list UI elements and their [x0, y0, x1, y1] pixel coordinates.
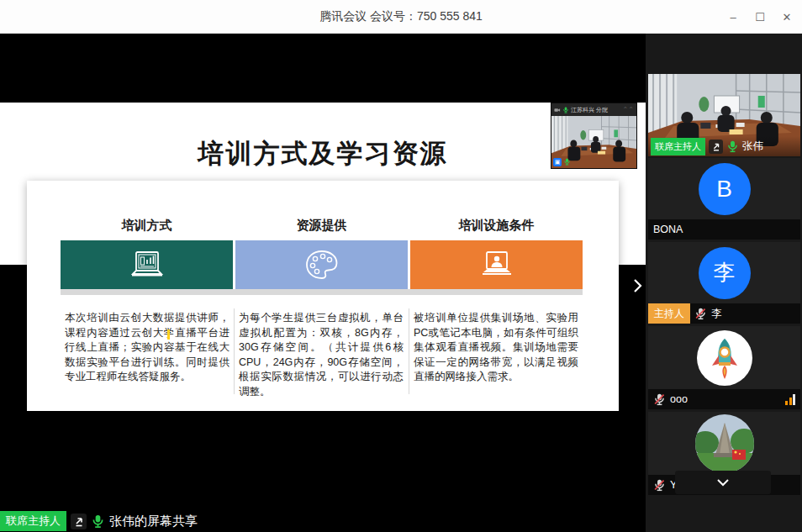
mic-muted-icon [653, 478, 666, 492]
sharing-status-bar: 联席主持人 张伟的屏幕共享 [0, 510, 198, 532]
column-divider [234, 308, 235, 394]
thumbnail-caption: 江苏科兴 分院 [571, 106, 621, 114]
bar-shadow-strip [61, 289, 583, 295]
photo-avatar [695, 414, 754, 473]
minimize-button[interactable]: – [720, 0, 747, 34]
column-header-2: 资源提供 [235, 218, 408, 234]
floating-video-thumbnail[interactable]: 江苏科兴 分院 ⌃⌃ ▣ [551, 103, 637, 169]
avatar-zone: 李 [648, 242, 800, 303]
participant-name: ooo [670, 393, 688, 405]
slide-title: 培训方式及学习资源 [0, 136, 646, 171]
text-cursor [167, 329, 170, 340]
cohost-badge: 联席主持人 [0, 511, 66, 531]
participant-name: 张伟 [742, 140, 763, 154]
participant-sidebar: 联席主持人 张伟 B BONA 李 主持人 [646, 34, 802, 532]
column-divider [409, 308, 409, 394]
collapse-panel-button[interactable] [675, 471, 771, 494]
avatar-zone [648, 412, 800, 475]
screen-share-icon [71, 514, 87, 529]
participant-info-row: BONA [648, 219, 800, 240]
laptop-user-icon [479, 250, 514, 280]
column-bar-2 [235, 240, 408, 289]
column-header-3: 培训设施条件 [410, 218, 583, 234]
participant-info-row: ooo [648, 389, 800, 409]
tencent-meeting-window: 腾讯会议 会议号：750 555 841 – ☐ ✕ 培训方式及学习资源 培训方… [0, 0, 802, 532]
participant-name: 李 [711, 307, 722, 321]
mic-muted-icon [653, 392, 666, 407]
thumbnail-video: ▣ [551, 116, 636, 168]
avatar-zone [648, 326, 800, 389]
mic-on-icon [91, 514, 105, 529]
maximize-button[interactable]: ☐ [747, 0, 773, 34]
window-controls: – ☐ ✕ [720, 0, 800, 34]
column-text-3: 被培训单位提供集训场地、实验用PC或笔记本电脑，如有条件可组织集体观看直播视频。… [414, 311, 578, 385]
camera-icon [554, 106, 561, 114]
avatar-zone: B [648, 158, 800, 219]
avatar: B [699, 163, 751, 215]
cohost-badge: 联席主持人 [651, 138, 705, 155]
window-title: 腾讯会议 会议号：750 555 841 [319, 9, 483, 24]
participant-tile-zhangwei[interactable]: 联席主持人 张伟 [648, 74, 800, 156]
thumbnail-badges: ▣ [553, 157, 571, 166]
chevron-down-icon [715, 477, 731, 487]
window-titlebar[interactable]: 腾讯会议 会议号：750 555 841 – ☐ ✕ [0, 0, 802, 34]
mic-muted-icon [694, 307, 707, 321]
participant-tile-ooo[interactable]: ooo [648, 326, 800, 409]
close-button[interactable]: ✕ [773, 0, 800, 34]
participant-tile-li[interactable]: 李 主持人 李 [648, 242, 800, 324]
column-text-2: 为每个学生提供三台虚拟机，单台虚拟机配置为：双核，8G内存，30G存储空间。（共… [239, 311, 404, 400]
column-bar-3 [410, 240, 583, 289]
rocket-avatar [697, 330, 752, 386]
screen-share-icon [709, 140, 723, 154]
participant-count-icon: ▣ [553, 158, 562, 166]
sidebar-toggle-chevron[interactable] [629, 274, 646, 298]
weak-signal-icon [785, 394, 795, 405]
participant-info-row: 联席主持人 张伟 [648, 136, 800, 156]
column-bar-1 [61, 240, 233, 289]
thumbnail-header: 江苏科兴 分院 ⌃⌃ [551, 103, 636, 116]
sharing-status-label: 张伟的屏幕共享 [109, 514, 198, 529]
mic-on-icon [726, 140, 739, 154]
mic-icon [562, 106, 569, 114]
palette-icon [303, 249, 340, 281]
participant-name: BONA [653, 224, 683, 235]
host-badge: 主持人 [648, 303, 690, 324]
avatar: 李 [699, 247, 751, 299]
column-header-1: 培训方式 [61, 218, 233, 234]
slide-content-card: 培训方式 资源提供 培训设施条件 [27, 181, 619, 411]
chevron-right-icon [632, 277, 642, 294]
column-text-1: 本次培训由云创大数据提供讲师，课程内容通过云创大学直播平台进行线上直播；实验内容… [65, 311, 230, 385]
laptop-chart-icon [129, 250, 165, 280]
participant-tile-bona[interactable]: B BONA [648, 158, 800, 240]
mic-on-icon [563, 157, 571, 166]
participant-info-row: 主持人 李 [648, 303, 800, 324]
screen-share-area: 培训方式及学习资源 培训方式 资源提供 培训设施条件 [0, 34, 646, 532]
meeting-logo-icon: ⌃⌃ [623, 106, 634, 113]
